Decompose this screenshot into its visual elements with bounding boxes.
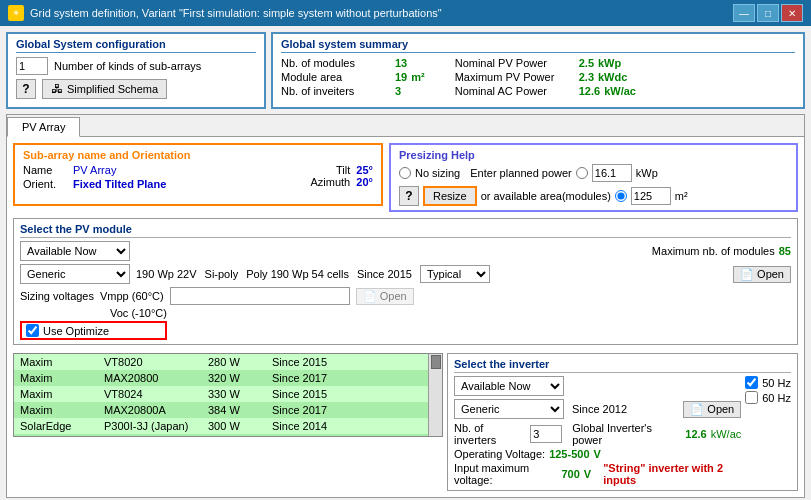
freq-50-label: 50 Hz [762, 377, 791, 389]
pv-brand-select[interactable]: Generic All Brands [20, 264, 130, 284]
area-input[interactable] [631, 187, 671, 205]
schema-button[interactable]: 🖧 Simplified Schema [42, 79, 167, 99]
app-window: ☀ Grid system definition, Variant "First… [0, 0, 811, 500]
name-value: PV Array [73, 164, 116, 176]
module-area-label: Module area [281, 71, 391, 83]
pv-module-title: Select the PV module [20, 223, 791, 238]
maximize-button[interactable]: □ [757, 4, 779, 22]
voc-label: Voc (-10°C) [110, 307, 167, 319]
max-pv-value: 2.3 [579, 71, 594, 83]
open-inverter-button[interactable]: 📄 Open [683, 401, 741, 418]
app-icon: ☀ [8, 5, 24, 21]
max-modules-label: Maximum nb. of modules [652, 245, 775, 257]
inv-since-suffix: Since 2012 [572, 403, 627, 415]
enter-power-radio[interactable] [576, 167, 588, 179]
num-kinds-spinbox[interactable] [19, 58, 47, 74]
module-list-panel: Maxim VT8020 280 W Since 2015 Maxim MAX2… [13, 353, 443, 491]
inv-filter-select[interactable]: Available Now [454, 376, 564, 396]
freq-50-checkbox[interactable] [745, 376, 758, 389]
nb-inverters-value: 3 [395, 85, 401, 97]
string-note: "String" inverter with 2 inputs [603, 462, 741, 486]
presizing-title: Presizing Help [399, 149, 788, 161]
freq-checkboxes: 50 Hz 60 Hz [745, 376, 791, 404]
inverter-area: Select the inverter Available Now [447, 353, 798, 491]
orient-value: Fixed Tilted Plane [73, 178, 166, 190]
azimuth-label: Azimuth [310, 176, 350, 188]
name-label: Name [23, 164, 69, 176]
area-radio[interactable] [615, 190, 627, 202]
global-summary-title: Global system summary [281, 38, 795, 53]
module-list-wrapper: Maxim VT8020 280 W Since 2015 Maxim MAX2… [13, 353, 443, 437]
tilt-label: Tilt [336, 164, 350, 176]
title-bar: ☀ Grid system definition, Variant "First… [0, 0, 811, 26]
op-voltage-unit: V [594, 448, 601, 460]
list-item[interactable]: SolarEdge P300 EU-APAC 300 W Since 2014 [14, 434, 442, 437]
power-input[interactable] [592, 164, 632, 182]
open-disabled-icon: 📄 [363, 290, 377, 303]
inverter-title: Select the inverter [454, 358, 791, 373]
no-sizing-label: No sizing [415, 167, 460, 179]
num-kinds-label: Number of kinds of sub-arrays [54, 60, 201, 72]
main-content: Global System configuration Number of ki… [0, 26, 811, 500]
nominal-pv-label: Nominal PV Power [455, 57, 575, 69]
list-item[interactable]: Maxim MAX20800A 384 W Since 2017 [14, 402, 442, 418]
max-modules-value: 85 [779, 245, 791, 257]
tilt-value: 25° [356, 164, 373, 176]
use-optimize-label: Use Optimize [43, 325, 109, 337]
avail-area-label: or available area(modules) [481, 190, 611, 202]
freq-60-label: 60 Hz [762, 392, 791, 404]
sizing-label: Sizing voltages [20, 290, 94, 302]
max-pv-unit: kWdc [598, 71, 627, 83]
nominal-pv-unit: kWp [598, 57, 621, 69]
vmpp-input[interactable] [170, 287, 350, 305]
summary-left: Nb. of modules 13 Module area 19 m² Nb. … [281, 57, 425, 99]
max-input-value: 700 [561, 468, 579, 480]
help-button[interactable]: ? [16, 79, 36, 99]
orient-label: Orient. [23, 178, 69, 190]
tab-bar: PV Array [7, 115, 804, 137]
list-item[interactable]: Maxim VT8024 330 W Since 2015 [14, 386, 442, 402]
use-optimize-checkbox[interactable] [26, 324, 39, 337]
pv-filter-select[interactable]: Available Now All [20, 241, 130, 261]
use-optimize-container: Use Optimize [20, 321, 167, 340]
area-unit: m² [675, 190, 688, 202]
minimize-button[interactable]: — [733, 4, 755, 22]
nominal-ac-value: 12.6 [579, 85, 600, 97]
inverter-section: Select the inverter Available Now [447, 353, 798, 491]
subarray-section: Sub-array name and Orientation Name PV A… [13, 143, 383, 206]
nb-inv-label: Nb. of inverters [454, 422, 526, 446]
global-inv-power-label: Global Inverter's power [572, 422, 681, 446]
module-power: 190 Wp 22V [136, 268, 197, 280]
freq-60-checkbox[interactable] [745, 391, 758, 404]
nominal-ac-label: Nominal AC Power [455, 85, 575, 97]
global-summary-panel: Global system summary Nb. of modules 13 … [271, 32, 805, 109]
nb-inv-input[interactable] [530, 425, 562, 443]
max-input-unit: V [584, 468, 591, 480]
summary-right: Nominal PV Power 2.5 kWp Maximum PV Powe… [455, 57, 636, 99]
max-pv-label: Maximum PV Power [455, 71, 575, 83]
presizing-help-btn[interactable]: ? [399, 186, 419, 206]
open-module-button[interactable]: 📄 Open [733, 266, 791, 283]
inv-brand-select[interactable]: Generic [454, 399, 564, 419]
close-button[interactable]: ✕ [781, 4, 803, 22]
pv-module-area: Select the PV module Available Now All M… [13, 218, 798, 349]
subarray-title: Sub-array name and Orientation [23, 149, 373, 161]
module-list: Maxim VT8020 280 W Since 2015 Maxim MAX2… [14, 354, 442, 437]
global-inv-power-unit: kW/ac [711, 428, 742, 440]
module-category-select[interactable]: Typical [420, 265, 490, 283]
list-item[interactable]: Maxim VT8020 280 W Since 2015 [14, 354, 442, 370]
num-kinds-input[interactable] [16, 57, 48, 75]
global-inv-power-value: 12.6 [685, 428, 706, 440]
nb-modules-value: 13 [395, 57, 407, 69]
no-sizing-radio[interactable] [399, 167, 411, 179]
open-module-icon: 📄 [740, 268, 754, 281]
resize-button[interactable]: Resize [423, 186, 477, 206]
power-unit: kWp [636, 167, 658, 179]
module-name: Poly 190 Wp 54 cells [246, 268, 349, 280]
list-item[interactable]: SolarEdge P300I-3J (Japan) 300 W Since 2… [14, 418, 442, 434]
module-desc: 190 Wp 22V Si-poly Poly 190 Wp 54 cells … [136, 265, 727, 283]
nominal-pv-value: 2.5 [579, 57, 594, 69]
tab-pv-array[interactable]: PV Array [7, 117, 80, 137]
list-item[interactable]: Maxim MAX20800 320 W Since 2017 [14, 370, 442, 386]
list-scrollbar[interactable] [428, 354, 442, 436]
